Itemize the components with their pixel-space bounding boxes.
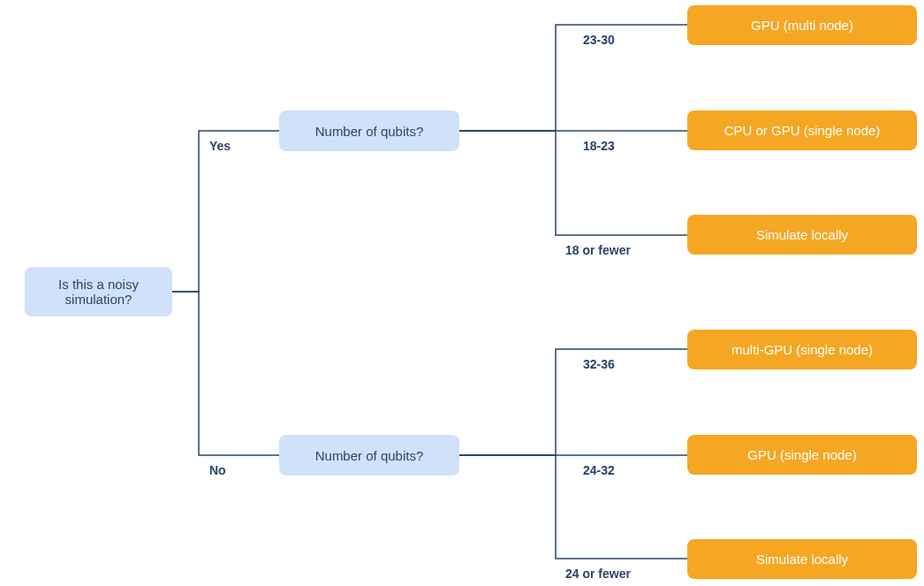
yes-opt1-result: GPU (multi node) [687, 5, 917, 45]
yes-opt3-range: 18 or fewer [565, 243, 631, 257]
yes-opt2-range: 18-23 [583, 139, 615, 153]
no-opt2-result: GPU (single node) [687, 435, 917, 475]
yes-opt3-result: Simulate locally [687, 215, 917, 255]
no-question: Number of qubits? [279, 435, 459, 476]
branch-yes-label: Yes [209, 139, 231, 153]
no-opt3-result: Simulate locally [687, 539, 917, 579]
yes-question: Number of qubits? [279, 110, 459, 151]
root-question: Is this a noisy simulation? [25, 267, 172, 316]
no-opt3-range: 24 or fewer [565, 567, 631, 581]
yes-opt2-result: CPU or GPU (single node) [687, 110, 917, 150]
no-opt2-range: 24-32 [583, 463, 615, 477]
no-opt1-range: 32-36 [583, 357, 615, 371]
no-opt1-result: multi-GPU (single node) [687, 330, 917, 369]
branch-no-label: No [209, 463, 226, 477]
yes-opt1-range: 23-30 [583, 33, 615, 47]
